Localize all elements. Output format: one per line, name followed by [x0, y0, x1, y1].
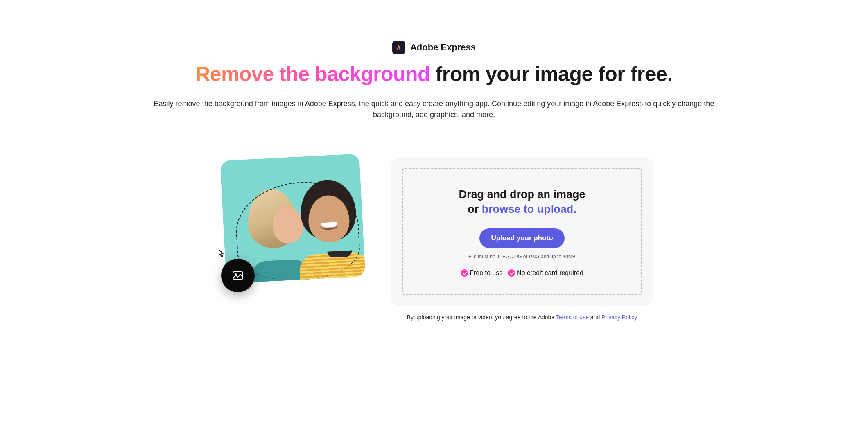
check-icon [461, 269, 468, 277]
brand-name: Adobe Express [410, 42, 476, 53]
svg-point-1 [235, 273, 237, 275]
check-icon [508, 269, 515, 277]
upload-photo-button[interactable]: Upload your photo [479, 228, 564, 248]
badge-free: Free to use [461, 269, 503, 277]
preview-image-wrapper [215, 157, 366, 292]
adobe-express-logo-icon [392, 41, 405, 54]
drop-zone[interactable]: Drag and drop an image or browse to uplo… [402, 168, 642, 295]
terms-of-use-link[interactable]: Terms of use [556, 314, 589, 321]
badge-no-card: No credit card required [508, 269, 583, 277]
upload-panel[interactable]: Drag and drop an image or browse to uplo… [391, 157, 653, 306]
brand-row: Adobe Express [106, 41, 762, 54]
badges-row: Free to use No credit card required [415, 269, 629, 277]
file-requirements: File must be JPEG, JPG or PNG and up to … [415, 254, 629, 260]
hero-subtitle: Easily remove the background from images… [147, 98, 721, 120]
browse-link[interactable]: browse to upload. [482, 203, 576, 215]
legal-and: and [589, 314, 601, 321]
drop-line1: Drag and drop an image [459, 188, 585, 201]
legal-text: By uploading your image or video, you ag… [391, 314, 653, 321]
privacy-policy-link[interactable]: Privacy Policy [601, 314, 637, 321]
hero-title-gradient: Remove the background [195, 63, 430, 86]
legal-prefix: By uploading your image or video, you ag… [407, 314, 556, 321]
main-row: Drag and drop an image or browse to uplo… [106, 157, 762, 321]
drop-or: or [468, 203, 482, 215]
cursor-pointer-icon [215, 248, 226, 260]
hero-title: Remove the background from your image fo… [106, 62, 762, 86]
image-icon [231, 269, 244, 282]
hero-title-rest: from your image for free. [430, 63, 673, 86]
drop-heading: Drag and drop an image or browse to uplo… [415, 187, 629, 217]
badge-no-card-text: No credit card required [517, 269, 583, 277]
image-action-button[interactable] [221, 259, 255, 292]
badge-free-text: Free to use [470, 269, 503, 277]
upload-column: Drag and drop an image or browse to uplo… [391, 157, 653, 321]
